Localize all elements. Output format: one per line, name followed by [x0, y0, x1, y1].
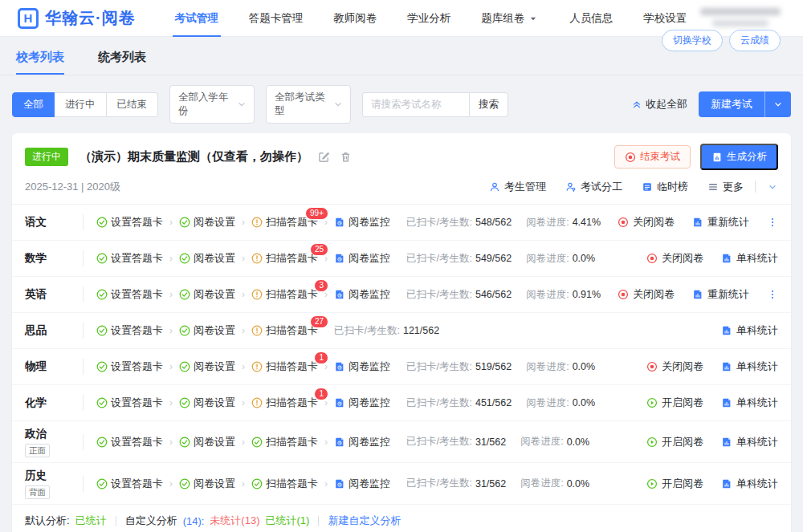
status-filter-all[interactable]: 全部 — [12, 92, 55, 117]
header-action-temp-ranking[interactable]: 临时榜 — [642, 180, 688, 194]
step-done[interactable]: 阅卷设置 — [179, 215, 235, 229]
header-action-more[interactable]: 更多 — [707, 180, 744, 194]
user-account-blurred[interactable] — [696, 6, 781, 30]
enroll-year-select[interactable]: 全部入学年份 — [169, 85, 255, 124]
generate-analysis-button[interactable]: 生成分析 — [700, 144, 778, 170]
default-analysis-status[interactable]: 已统计 — [75, 514, 107, 528]
step-warn[interactable]: 扫描答题卡1 — [251, 396, 318, 410]
step-done[interactable]: 设置答题卡 — [96, 435, 163, 449]
stat-doc-icon — [692, 217, 703, 228]
grading-monitor-link[interactable]: 阅卷监控 — [334, 251, 390, 266]
progress-label: 阅卷进度: — [520, 435, 563, 449]
step-label: 扫描答题卡 — [266, 477, 318, 491]
close-grading-button[interactable]: 关闭阅卷 — [618, 287, 675, 302]
step-done[interactable]: 设置答题卡 — [96, 251, 163, 266]
subject-stat-button[interactable]: 单科统计 — [721, 396, 778, 410]
warning-circle-icon — [251, 397, 263, 408]
step-done[interactable]: 阅卷设置 — [179, 359, 235, 374]
divider — [83, 395, 84, 411]
subject-stat-button[interactable]: 单科统计 — [721, 251, 778, 266]
end-exam-button[interactable]: 结束考试 — [614, 145, 691, 169]
edit-icon[interactable] — [318, 151, 330, 163]
collapse-all-button[interactable]: 收起全部 — [631, 97, 687, 112]
step-warn[interactable]: 扫描答题卡3 — [251, 287, 318, 302]
step-warn[interactable]: 扫描答题卡25 — [251, 251, 318, 266]
step-done[interactable]: 设置答题卡 — [96, 215, 163, 229]
step-done[interactable]: 阅卷设置 — [179, 396, 235, 410]
step-done[interactable]: 设置答题卡 — [96, 323, 163, 338]
step-done[interactable]: 扫描答题卡 — [251, 435, 318, 449]
nav-item-answer-sheet-management[interactable]: 答题卡管理 — [234, 0, 319, 37]
open-grading-button[interactable]: 开启阅卷 — [646, 477, 703, 491]
step-done[interactable]: 阅卷设置 — [179, 435, 235, 449]
trash-icon[interactable] — [340, 151, 352, 163]
exam-search-input[interactable] — [362, 92, 469, 117]
new-exam-button[interactable]: 新建考试 — [699, 91, 764, 117]
status-filter-in-progress[interactable]: 进行中 — [55, 92, 107, 117]
grading-monitor-link[interactable]: 阅卷监控 — [334, 396, 390, 410]
exam-card-header: 进行中 （演示）期末质量监测（仅查看，勿操作） 结束考试 生成分析 — [12, 133, 791, 174]
close-grading-button[interactable]: 关闭阅卷 — [646, 359, 703, 374]
step-warn[interactable]: 扫描答题卡99+ — [251, 215, 318, 229]
exam-type-select[interactable]: 全部考试类型 — [266, 85, 351, 124]
subject-stat-button[interactable]: 单科统计 — [721, 359, 778, 374]
custom-done-stat[interactable]: 已统计(1) — [265, 514, 309, 528]
grading-monitor-link[interactable]: 阅卷监控 — [334, 359, 390, 374]
divider — [83, 359, 84, 375]
header-action-student-management[interactable]: 考生管理 — [489, 180, 546, 194]
custom-not-stat[interactable]: 未统计(13) — [210, 514, 259, 528]
open-grading-button[interactable]: 开启阅卷 — [646, 435, 703, 449]
subject-stat-button[interactable]: 单科统计 — [721, 435, 778, 449]
search-button[interactable]: 搜索 — [469, 92, 508, 117]
step-warn[interactable]: 扫描答题卡1 — [251, 359, 318, 374]
new-custom-analysis-link[interactable]: 新建自定义分析 — [328, 514, 401, 528]
step-done[interactable]: 阅卷设置 — [179, 251, 235, 266]
more-options-icon[interactable] — [767, 289, 778, 300]
grading-monitor-link[interactable]: 阅卷监控 — [334, 215, 390, 229]
step-done[interactable]: 设置答题卡 — [96, 396, 163, 410]
nav-item-teacher-grading[interactable]: 教师阅卷 — [318, 0, 392, 37]
status-filter-finished[interactable]: 已结束 — [107, 92, 159, 117]
step-done[interactable]: 设置答题卡 — [96, 287, 163, 302]
tab-unified-exam-list[interactable]: 统考列表 — [98, 50, 146, 75]
nav-item-personnel-info[interactable]: 人员信息 — [554, 0, 628, 37]
tab-school-exam-list[interactable]: 校考列表 — [16, 50, 64, 75]
more-options-icon[interactable] — [767, 217, 778, 228]
close-grading-button[interactable]: 关闭阅卷 — [646, 251, 703, 266]
subject-stat-button[interactable]: 单科统计 — [721, 477, 778, 491]
open-grading-button[interactable]: 开启阅卷 — [646, 396, 703, 410]
step-done[interactable]: 扫描答题卡 — [251, 477, 318, 491]
warning-circle-icon — [251, 253, 263, 264]
check-circle-icon — [179, 437, 190, 448]
check-circle-icon — [179, 289, 190, 300]
collapse-card-chevron-icon[interactable] — [767, 181, 778, 193]
subject-actions: 开启阅卷单科统计 — [646, 477, 778, 491]
cloud-scores-button[interactable]: 云成绩 — [729, 30, 781, 51]
subject-stat-button[interactable]: 重新统计 — [692, 287, 749, 302]
grading-monitor-label: 阅卷监控 — [349, 359, 390, 374]
nav-item-question-bank[interactable]: 题库组卷 — [466, 0, 554, 37]
close-grading-button[interactable]: 关闭阅卷 — [618, 215, 675, 229]
grading-monitor-link[interactable]: 阅卷监控 — [334, 477, 390, 491]
step-done[interactable]: 设置答题卡 — [96, 359, 163, 374]
chevron-right-icon: › — [324, 478, 328, 489]
step-done[interactable]: 阅卷设置 — [179, 323, 235, 338]
grading-monitor-link[interactable]: 阅卷监控 — [334, 435, 390, 449]
subject-stat-button[interactable]: 单科统计 — [721, 323, 778, 338]
header-action-exam-division[interactable]: 考试分工 — [565, 180, 622, 194]
nav-item-exam-management[interactable]: 考试管理 — [160, 0, 234, 37]
nav-item-academic-analysis[interactable]: 学业分析 — [392, 0, 466, 37]
switch-school-button[interactable]: 切换学校 — [662, 30, 723, 51]
subject-stat-button[interactable]: 重新统计 — [692, 215, 749, 229]
check-circle-icon — [179, 361, 190, 372]
chevron-down-icon — [236, 99, 247, 110]
subject-name: 历史 — [25, 469, 83, 483]
step-done[interactable]: 阅卷设置 — [179, 287, 235, 302]
step-warn[interactable]: 扫描答题卡27 — [251, 323, 318, 338]
step-done[interactable]: 阅卷设置 — [179, 477, 235, 491]
new-exam-dropdown-button[interactable] — [764, 91, 791, 117]
grading-monitor-link[interactable]: 阅卷监控 — [334, 287, 390, 302]
subject-row-physics: 物理设置答题卡›阅卷设置›扫描答题卡1›阅卷监控已扫卡/考生数:519/562阅… — [12, 349, 791, 385]
step-done[interactable]: 设置答题卡 — [96, 477, 163, 491]
record-circle-icon — [646, 361, 658, 372]
